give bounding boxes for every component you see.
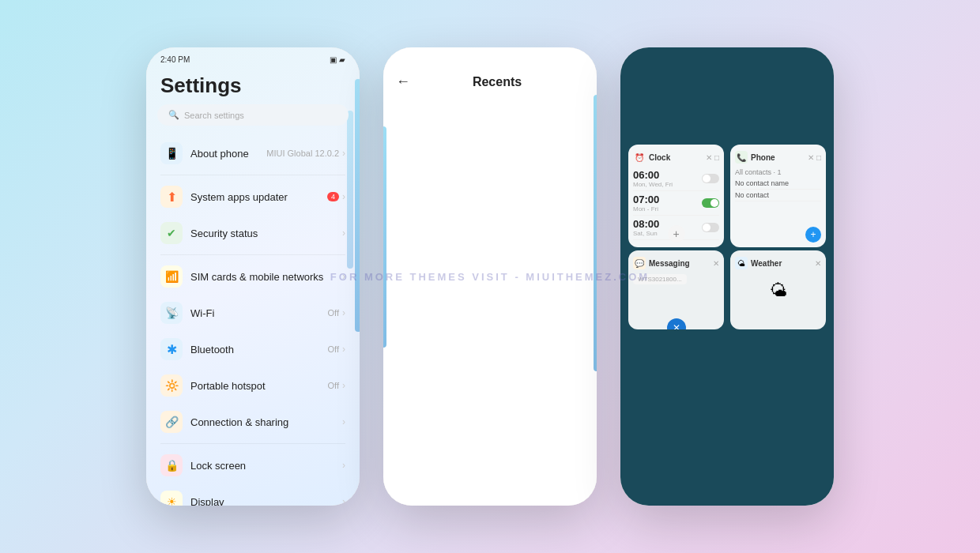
settings-item-hotspot[interactable]: 🔆 Portable hotspot Off ›	[151, 367, 355, 404]
updater-arrow: ›	[342, 191, 345, 202]
weather-card[interactable]: 🌤 Weather ✕ 🌤	[730, 250, 826, 329]
bluetooth-value: Off	[328, 344, 339, 354]
sim-label: SIM cards & mobile networks	[190, 271, 342, 283]
status-bar: 2:40 PM ▣ ▰	[146, 47, 360, 67]
messaging-card-icon: 💬	[633, 257, 646, 269]
settings-item-sim[interactable]: 📶 SIM cards & mobile networks ›	[151, 258, 355, 295]
wifi-arrow: ›	[342, 307, 345, 318]
phone-card-controls[interactable]: ✕ □	[808, 153, 821, 162]
display-label: Display	[190, 496, 342, 506]
clock-card-controls[interactable]: ✕ □	[706, 153, 719, 162]
about-value: MIUI Global 12.0.2	[266, 149, 339, 158]
connection-icon: 🔗	[160, 411, 183, 433]
display-icon: ☀	[160, 491, 183, 506]
phone-card[interactable]: 📞 Phone ✕ □ All contacts · 1 No contact …	[730, 145, 826, 247]
wifi-icon: 📡	[160, 302, 183, 324]
hotspot-label: Portable hotspot	[190, 380, 328, 392]
dialer-header: ← Recents	[383, 67, 597, 96]
bluetooth-label: Bluetooth	[190, 344, 328, 356]
phone-card-header: 📞 Phone ✕ □	[735, 149, 821, 167]
settings-title: Settings	[146, 67, 360, 104]
search-placeholder: Search settings	[184, 111, 244, 120]
settings-item-wifi[interactable]: 📡 Wi-Fi Off ›	[151, 295, 355, 331]
updater-badge: 4	[327, 192, 339, 201]
alarm-2-toggle[interactable]	[702, 198, 719, 208]
alarm-1: 06:00 Mon, Wed, Fri	[633, 167, 719, 191]
battery-icon: ▣ ▰	[330, 55, 345, 64]
settings-item-connection[interactable]: 🔗 Connection & sharing ›	[151, 404, 355, 440]
lockscreen-label: Lock screen	[190, 460, 342, 472]
clock-card-icon: ⏰	[633, 151, 646, 164]
wifi-label: Wi-Fi	[190, 307, 328, 319]
settings-search[interactable]: 🔍 Search settings	[157, 104, 349, 126]
contacts-preview: All contacts · 1	[735, 167, 821, 178]
about-icon: 📱	[160, 142, 183, 164]
bluetooth-icon: ✱	[160, 338, 183, 360]
close-button[interactable]: ✕	[667, 318, 686, 329]
display-arrow: ›	[342, 496, 345, 506]
alarm-2: 07:00 Mon - Fri	[633, 191, 719, 216]
weather-visual: 🌤	[735, 273, 821, 309]
alarm-3-toggle[interactable]	[702, 223, 719, 232]
messaging-preview: WTS3021800...	[633, 274, 719, 284]
search-icon: 🔍	[168, 110, 179, 120]
back-button[interactable]: ←	[396, 73, 410, 90]
hotspot-arrow: ›	[342, 380, 345, 391]
security-arrow: ›	[342, 228, 345, 239]
connection-arrow: ›	[342, 416, 345, 427]
phone-card-icon: 📞	[735, 151, 748, 164]
deco-bar-right	[594, 95, 597, 371]
clock-card-title: Clock	[649, 153, 703, 162]
updater-label: System apps updater	[190, 191, 327, 203]
divider3	[160, 443, 345, 444]
contact-item-2: No contact	[735, 190, 821, 201]
sim-icon: 📶	[160, 265, 183, 288]
settings-list: 📱 About phone MIUI Global 12.0.2 › ⬆ Sys…	[146, 135, 360, 506]
weather-card-title: Weather	[751, 259, 812, 268]
settings-item-bluetooth[interactable]: ✱ Bluetooth Off ›	[151, 331, 355, 367]
hotspot-icon: 🔆	[160, 374, 183, 397]
messaging-card-header: 💬 Messaging ✕	[633, 255, 719, 273]
settings-item-updater[interactable]: ⬆ System apps updater 4 ›	[151, 179, 355, 215]
alarm-1-toggle[interactable]	[702, 174, 719, 183]
security-icon: ✔	[160, 222, 183, 244]
settings-item-display[interactable]: ☀ Display ›	[151, 483, 355, 506]
new-contact-button[interactable]: +	[805, 227, 821, 243]
updater-icon: ⬆	[160, 186, 183, 208]
status-icons: ▣ ▰	[330, 55, 345, 64]
lockscreen-icon: 🔒	[160, 454, 183, 476]
deco-bar-left	[383, 126, 386, 348]
sim-arrow: ›	[342, 271, 345, 282]
add-alarm-button[interactable]: +	[668, 225, 685, 243]
weather-card-header: 🌤 Weather ✕	[735, 255, 821, 273]
settings-item-security[interactable]: ✔ Security status ›	[151, 215, 355, 251]
hotspot-value: Off	[328, 381, 339, 390]
messaging-card[interactable]: 💬 Messaging ✕ WTS3021800... ✕	[628, 250, 724, 329]
divider2	[160, 254, 345, 255]
settings-item-about[interactable]: 📱 About phone MIUI Global 12.0.2 ›	[151, 135, 355, 171]
phone-settings: 2:40 PM ▣ ▰ Settings 🔍 Search settings 📱…	[146, 47, 360, 506]
phone-dialer: 2:36 AM ▲▲ ☁ 🔋 ← Recents New contact Add…	[383, 47, 597, 506]
clock-card-header: ⏰ Clock ✕ □	[633, 149, 719, 167]
phone-recents: ▲ ☁ 🔋 ⧉ Floating windows 🗑 Cleaner 🔍 Sec…	[620, 47, 834, 506]
messaging-card-controls[interactable]: ✕	[713, 259, 719, 268]
connection-label: Connection & sharing	[190, 416, 342, 428]
dialer-title: Recents	[410, 75, 584, 89]
settings-item-lockscreen[interactable]: 🔒 Lock screen ›	[151, 447, 355, 483]
security-label: Security status	[190, 228, 342, 239]
divider	[160, 175, 345, 175]
about-arrow: ›	[342, 148, 345, 159]
weather-card-icon: 🌤	[735, 257, 748, 269]
wifi-value: Off	[328, 308, 339, 318]
time: 2:40 PM	[160, 55, 190, 64]
lockscreen-arrow: ›	[342, 460, 345, 471]
weather-card-controls[interactable]: ✕	[815, 259, 821, 268]
about-label: About phone	[190, 148, 266, 160]
phone-card-title: Phone	[751, 153, 805, 162]
messaging-card-title: Messaging	[649, 259, 710, 268]
bluetooth-arrow: ›	[342, 344, 345, 355]
contact-item-1: No contact name	[735, 178, 821, 190]
clock-card[interactable]: ⏰ Clock ✕ □ 06:00 Mon, Wed, Fri 07:00 Mo…	[628, 145, 724, 247]
